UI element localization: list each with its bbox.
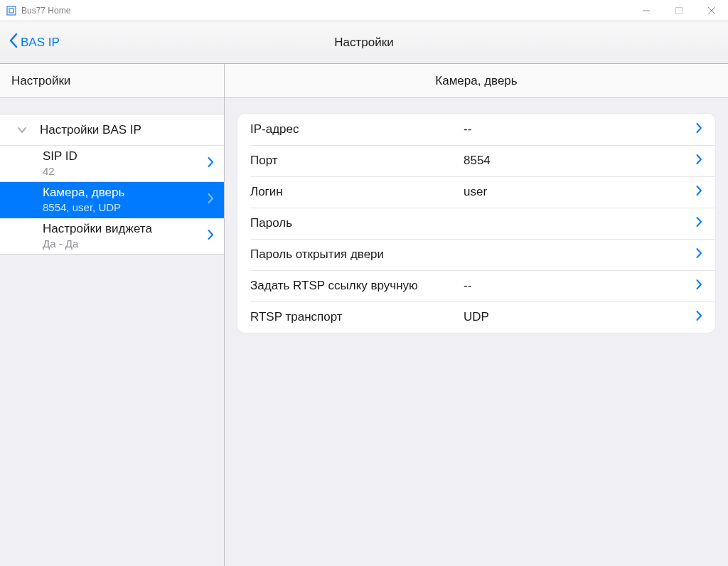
titlebar: Bus77 Home <box>0 0 728 21</box>
window-controls <box>630 0 728 21</box>
setting-label: Логин <box>250 185 464 199</box>
setting-value: -- <box>464 279 696 293</box>
chevron-right-icon <box>208 229 214 243</box>
chevron-left-icon <box>9 33 18 52</box>
setting-label: RTSP транспорт <box>250 310 464 324</box>
setting-row-password[interactable]: Пароль <box>237 208 715 239</box>
window-title: Bus77 Home <box>21 6 70 16</box>
main: Камера, дверь IP-адрес -- Порт 8554 <box>225 64 728 566</box>
sidebar: Настройки Настройки BAS IP SIP ID 42 <box>0 64 225 566</box>
sidebar-item-camera-door[interactable]: Камера, дверь 8554, user, UDP <box>0 182 224 218</box>
setting-label: Пароль открытия двери <box>250 247 464 262</box>
nav-title: Настройки <box>334 36 393 50</box>
setting-row-login[interactable]: Логин user <box>237 176 715 208</box>
setting-label: Пароль <box>250 216 464 230</box>
back-button[interactable]: BAS IP <box>0 21 60 63</box>
sidebar-item-sub: 8554, user, UDP <box>43 201 203 215</box>
svg-rect-0 <box>7 6 16 15</box>
chevron-right-icon <box>208 193 214 207</box>
chevron-right-icon <box>696 279 702 293</box>
sidebar-heading-label: Настройки <box>11 74 70 88</box>
sidebar-item-label: Камера, дверь <box>43 185 203 201</box>
chevron-right-icon <box>696 247 702 262</box>
sidebar-item-sub: Да - Да <box>43 237 203 251</box>
chevron-right-icon <box>696 185 702 199</box>
setting-row-door-open-password[interactable]: Пароль открытия двери <box>237 239 715 270</box>
nav-header: BAS IP Настройки <box>0 21 728 64</box>
setting-row-rtsp-transport[interactable]: RTSP транспорт UDP <box>237 301 715 333</box>
setting-label: IP-адрес <box>250 122 464 137</box>
settings-group: IP-адрес -- Порт 8554 Логин user <box>237 114 715 333</box>
chevron-right-icon <box>696 310 702 324</box>
setting-row-port[interactable]: Порт 8554 <box>237 145 715 176</box>
setting-row-manual-rtsp-link[interactable]: Задать RTSP ссылку вручную -- <box>237 270 715 301</box>
minimize-button[interactable] <box>630 0 663 21</box>
setting-label: Задать RTSP ссылку вручную <box>250 279 464 293</box>
chevron-right-icon <box>696 216 702 230</box>
sidebar-group: Настройки BAS IP SIP ID 42 Камера, дверь… <box>0 114 224 255</box>
sidebar-group-title: Настройки BAS IP <box>40 123 141 137</box>
svg-rect-1 <box>9 9 14 13</box>
setting-value: UDP <box>464 310 696 324</box>
close-button[interactable] <box>695 0 728 21</box>
chevron-right-icon <box>208 156 214 171</box>
sidebar-item-label: Настройки виджета <box>43 221 203 237</box>
setting-value: -- <box>464 122 696 137</box>
sidebar-item-sub: 42 <box>43 164 203 178</box>
back-label: BAS IP <box>21 36 60 50</box>
svg-rect-3 <box>676 8 682 14</box>
setting-value: user <box>464 185 696 199</box>
setting-label: Порт <box>250 154 464 168</box>
setting-value: 8554 <box>464 154 696 168</box>
sidebar-heading: Настройки <box>0 64 224 98</box>
setting-row-ip-address[interactable]: IP-адрес -- <box>237 114 715 145</box>
app-icon <box>6 5 17 16</box>
chevron-right-icon <box>696 154 702 168</box>
chevron-right-icon <box>696 122 702 137</box>
sidebar-item-label: SIP ID <box>43 149 203 164</box>
main-body: IP-адрес -- Порт 8554 Логин user <box>225 98 728 566</box>
chevron-down-icon <box>16 127 28 134</box>
sidebar-group-header[interactable]: Настройки BAS IP <box>0 114 224 146</box>
main-heading: Камера, дверь <box>225 64 728 98</box>
sidebar-item-widget-settings[interactable]: Настройки виджета Да - Да <box>0 218 224 254</box>
sidebar-body: Настройки BAS IP SIP ID 42 Камера, дверь… <box>0 98 224 566</box>
sidebar-item-sip-id[interactable]: SIP ID 42 <box>0 146 224 182</box>
maximize-button[interactable] <box>663 0 695 21</box>
main-heading-label: Камера, дверь <box>435 74 517 88</box>
